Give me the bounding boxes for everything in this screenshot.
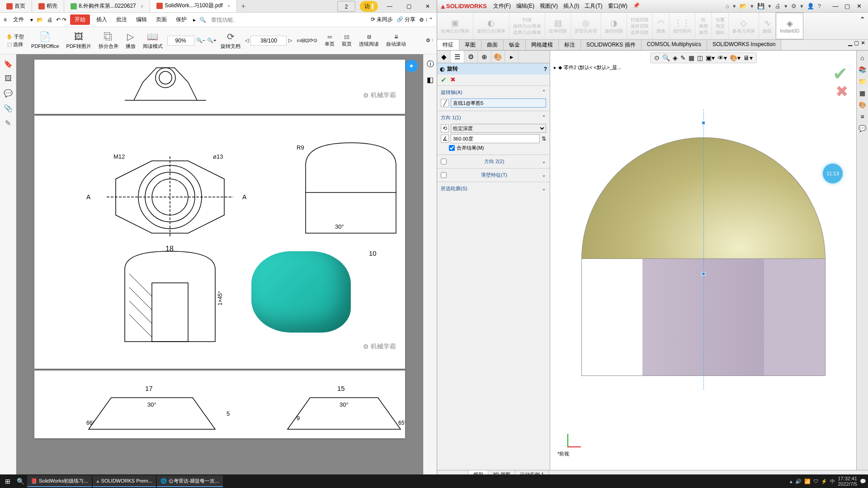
angle-input[interactable] [451, 134, 540, 143]
ai-badge[interactable]: ✦ [405, 60, 418, 72]
tab-features[interactable]: 特征 [437, 40, 459, 50]
zoom-out-icon[interactable]: 🔍− [196, 38, 205, 43]
view-palette-icon[interactable]: ▦ [859, 89, 865, 97]
tray-icon[interactable]: 🛡 [813, 479, 818, 484]
tools-menu[interactable]: 工具(T) [583, 1, 604, 11]
sw-3d-viewport[interactable]: ⊙🔍◈✎▦◫▣▾👁▾🎨▾🖥▾ ▸◆零件2 (默认< <默认>_显... ✔ ✖ … [550, 51, 856, 470]
signature-icon[interactable]: ✎ [5, 119, 11, 127]
hand-tool[interactable]: ✋ 手型⬚ 选择 [4, 33, 27, 49]
pm-tab-property[interactable]: ☰ [451, 51, 464, 63]
print-icon[interactable]: 🖨 [775, 3, 781, 9]
page-menu[interactable]: 页面 [153, 14, 170, 25]
share-button[interactable]: 🔗 分享 [396, 16, 415, 23]
tab-sheet[interactable]: 8.外购件库第...0220627× [64, 0, 150, 12]
tab-home[interactable]: 首页 [0, 0, 32, 12]
auto-scroll[interactable]: ⇊自动滚动 [383, 33, 409, 48]
login-button[interactable]: 访客登录 [360, 1, 378, 12]
insert-menu[interactable]: 插入(I) [561, 1, 581, 11]
menu-icon[interactable]: ≡ [4, 17, 7, 23]
new-tab-button[interactable]: + [237, 2, 250, 10]
tab-sheetmetal[interactable]: 钣金 [504, 40, 526, 50]
options-icon[interactable]: ⚙ [791, 3, 797, 9]
tab-addins[interactable]: SOLIDWORKS 插件 [581, 40, 642, 50]
sub-close-icon[interactable]: ✕ [861, 40, 865, 50]
start-button[interactable]: ⊞ [2, 478, 14, 485]
view-menu[interactable]: 视图(V) [538, 1, 560, 11]
vp-tool-icon[interactable]: ◈ [673, 54, 678, 61]
split-merge[interactable]: ⿻拆分合并 [96, 31, 121, 51]
tab-inspection[interactable]: SOLIDWORKS Inspection [707, 40, 781, 50]
notification-badge[interactable]: 2 [337, 1, 355, 12]
ribbon-collapse-icon[interactable]: ⌃ [857, 13, 868, 39]
sync-status[interactable]: ⟳ 未同步 [371, 16, 393, 23]
dir2-checkbox[interactable] [441, 158, 447, 165]
bookmark-icon[interactable]: 🔖 [4, 60, 13, 68]
taskbar-browser[interactable]: 🌐 公考雷达-捕捉每一次... [157, 475, 223, 487]
notifications-icon[interactable]: 💬 [860, 479, 866, 484]
file-explorer-icon[interactable]: 📁 [859, 78, 866, 85]
user-icon[interactable]: 👤 [807, 3, 814, 9]
double-page[interactable]: ▯▯双页 [339, 33, 354, 48]
pin-icon[interactable]: 📌 [631, 1, 642, 11]
zoom-input[interactable] [167, 36, 194, 46]
chevron-down-icon[interactable]: ⌄ [542, 158, 546, 165]
save-icon[interactable]: 💾 [757, 3, 764, 9]
pm-tab-appearance[interactable]: 🎨 [491, 51, 505, 63]
tools-icon[interactable]: ◧ [427, 75, 434, 84]
cancel-button[interactable]: ✖ [450, 76, 456, 84]
tab-comsol[interactable]: COMSOL Multiphysics [642, 40, 707, 50]
close-button[interactable]: ✕ [419, 1, 437, 12]
vp-tool-icon[interactable]: 👁▾ [717, 54, 727, 61]
open-icon[interactable]: 📂 [37, 17, 43, 23]
chevron-down-icon[interactable]: ⌄ [542, 185, 546, 192]
minimize-button[interactable]: — [830, 3, 841, 9]
edit-menu[interactable]: 编辑 [133, 14, 150, 25]
reverse-icon[interactable]: ⟲ [441, 124, 449, 132]
tray-icon[interactable]: ⚡ [821, 479, 827, 484]
review-menu[interactable]: 批注 [113, 14, 130, 25]
zoom-in-icon[interactable]: 🔍+ [207, 38, 216, 43]
protect-menu[interactable]: 保护 [173, 14, 189, 25]
tab-daoke[interactable]: 稻壳 [32, 0, 64, 12]
instant3d[interactable]: ◈Instant3D [776, 13, 803, 39]
maximize-button[interactable]: ▢ [842, 3, 853, 9]
rotate-tool[interactable]: ⟳旋转文档 [218, 30, 243, 51]
sub-max-icon[interactable]: ▢ [854, 40, 859, 50]
axis-input[interactable] [451, 99, 546, 108]
search-input[interactable] [210, 15, 237, 24]
taskbar-solidworks[interactable]: ⟁ SOLIDWORKS Prem... [93, 475, 156, 487]
continuous-read[interactable]: ⊟连续阅读 [356, 33, 382, 48]
pdf-to-office[interactable]: 📄PDF转Office [28, 30, 62, 51]
ime-indicator[interactable]: 中 [830, 478, 835, 485]
resources-icon[interactable]: ⌂ [860, 54, 864, 61]
taskbar-pdf[interactable]: 📕 SolidWorks初级练习... [27, 475, 92, 487]
tab-surface[interactable]: 曲面 [481, 40, 504, 50]
single-page[interactable]: ▭单页 [322, 33, 337, 48]
open-icon[interactable]: 📂 [740, 3, 747, 9]
play-tool[interactable]: ▷播放 [123, 30, 138, 51]
tab-mesh[interactable]: 网格建模 [526, 40, 559, 50]
file-menu[interactable]: 文件(F) [491, 1, 513, 11]
end-condition-select[interactable]: 给定深度 [451, 124, 546, 133]
appearances-icon[interactable]: 🎨 [859, 101, 866, 108]
close-button[interactable]: ✕ [854, 3, 864, 9]
vp-tool-icon[interactable]: ▦ [689, 54, 694, 61]
search-icon[interactable]: 🔍 [14, 478, 26, 485]
vp-tool-icon[interactable]: 🎨▾ [730, 54, 741, 61]
edit-menu[interactable]: 编辑(E) [514, 1, 536, 11]
pm-tab-display[interactable]: ⊕ [478, 51, 491, 63]
close-icon[interactable]: × [227, 3, 230, 9]
vp-tool-icon[interactable]: ✎ [680, 54, 686, 61]
help-icon[interactable]: ⓘ [427, 60, 434, 69]
chevron-up-icon[interactable]: ⌃ [542, 114, 546, 121]
comment-icon[interactable]: 💬 [4, 89, 13, 98]
home-icon[interactable]: ⌂ [726, 3, 729, 9]
pm-tab-more[interactable]: ▸ [505, 51, 519, 63]
vp-tool-icon[interactable]: ▣▾ [706, 54, 715, 61]
breadcrumb[interactable]: ▸◆零件2 (默认< <默认>_显... [554, 64, 621, 71]
custom-props-icon[interactable]: ≡ [860, 113, 864, 120]
window-menu[interactable]: 窗口(W) [606, 1, 629, 11]
sub-min-icon[interactable]: ▁ [848, 40, 852, 50]
pm-help-icon[interactable]: ? [544, 66, 547, 72]
start-button[interactable]: 开始 [70, 14, 90, 25]
